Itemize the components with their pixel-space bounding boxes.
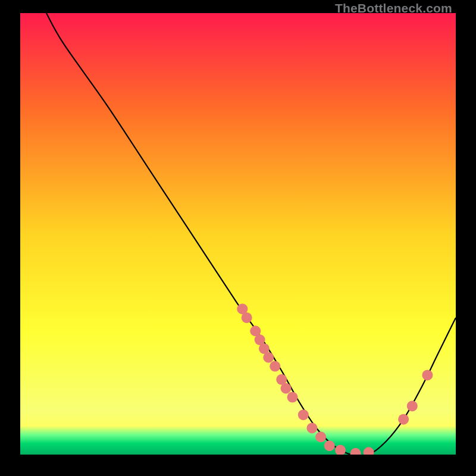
data-marker: [287, 392, 298, 403]
plot-area: [20, 13, 456, 455]
data-marker: [270, 361, 280, 372]
chart-svg: [20, 13, 456, 455]
chart-background: [20, 13, 456, 455]
data-marker: [263, 352, 274, 363]
data-marker: [242, 312, 252, 323]
watermark-text: TheBottleneck.com: [335, 1, 452, 15]
data-marker: [306, 422, 317, 433]
data-marker: [324, 440, 335, 451]
data-marker: [422, 369, 433, 380]
data-marker: [398, 414, 409, 425]
chart-frame: TheBottleneck.com: [0, 0, 476, 476]
data-marker: [407, 400, 418, 411]
data-marker: [281, 383, 292, 394]
data-marker: [315, 431, 326, 442]
data-marker: [298, 409, 309, 420]
